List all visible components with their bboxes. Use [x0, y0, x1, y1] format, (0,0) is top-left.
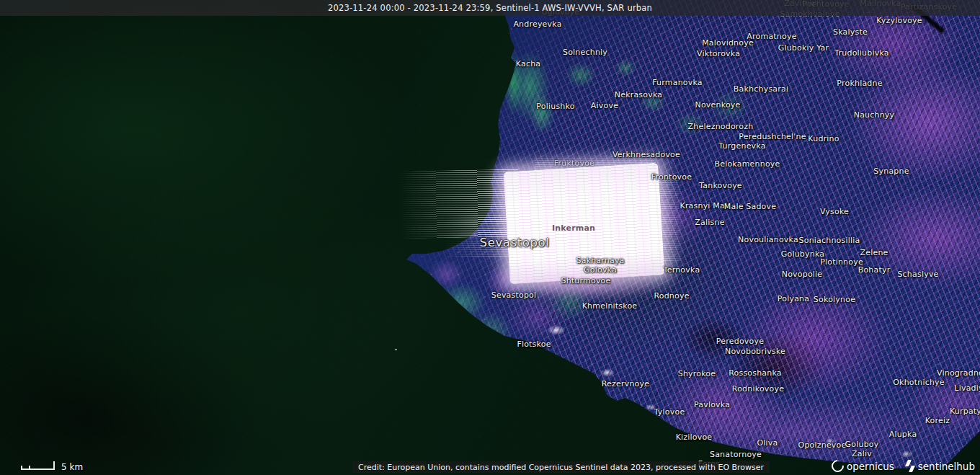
map-label: Shturmovoe	[561, 277, 610, 286]
map-label: Nekrasovka	[615, 91, 663, 100]
map-label: Kizilovoe	[676, 433, 713, 443]
map-viewport[interactable]: UglovoyeZavitne+PochtovoyeMalinovkaParti…	[0, 0, 980, 475]
map-label: Goluboy Zaliv	[845, 440, 879, 458]
map-label: Tankovoye	[699, 182, 742, 191]
map-label: Zheleznodorozh	[688, 123, 754, 132]
map-label: Zelene	[860, 249, 888, 258]
map-label: Verkhnesadovoe	[612, 151, 680, 160]
map-label: Poliushko	[536, 102, 574, 112]
map-label: Fruktovoe	[554, 159, 594, 169]
map-label: Peredovoye	[716, 337, 764, 347]
map-label: Ternovka	[664, 266, 700, 275]
map-label: Rodnoye	[654, 292, 689, 301]
map-label: Alupka	[889, 430, 917, 440]
map-label: Novenkoye	[695, 101, 741, 110]
map-label: Sanatornoye	[710, 450, 762, 460]
scale-label: 5 km	[61, 462, 83, 472]
map-label: Aromatnoye	[747, 32, 796, 42]
map-label: Novobobrivske	[725, 347, 785, 357]
copernicus-label: opernicus	[847, 461, 894, 472]
map-label: Kurpaty	[950, 407, 980, 417]
map-label: Kyzylovoye	[876, 17, 922, 26]
map-label: Sokolynoe	[814, 296, 855, 305]
map-label: Bakhchysarai	[734, 85, 788, 94]
map-label: Koreiz	[925, 417, 950, 426]
map-label: Belokamennoye	[714, 160, 780, 169]
map-label: Novopolie	[782, 270, 823, 280]
sentinelhub-label: sentinelhub	[918, 461, 975, 472]
map-label: Sevastopol	[480, 236, 550, 250]
map-label: Aivove	[591, 102, 618, 111]
map-label: Golubynka	[781, 250, 824, 259]
copernicus-crescent-icon	[829, 458, 847, 475]
map-label: Oliva	[757, 439, 778, 448]
map-label: Shyrokoe	[678, 370, 716, 379]
map-label: Viktorovka	[697, 50, 740, 59]
map-label: Livadiya	[954, 384, 980, 394]
credit-text: Credit: European Union, contains modifie…	[358, 463, 764, 472]
map-label: Vysoke	[820, 208, 849, 217]
map-label: Schaslyve	[897, 270, 938, 280]
map-label: Synapne	[873, 167, 909, 177]
map-label: Kacha	[516, 60, 541, 69]
map-label: Rezervnoye	[602, 380, 649, 389]
map-label: Kudrino	[808, 135, 839, 144]
map-label: Furmanovka	[652, 79, 703, 88]
map-label: Plotinnoye	[820, 258, 863, 267]
map-label: Inkerman	[552, 224, 595, 234]
labels-layer: UglovoyeZavitne+PochtovoyeMalinovkaParti…	[0, 0, 980, 475]
map-label: Trudoliubivka	[834, 49, 888, 58]
map-label: Peredushchel'ne	[739, 133, 806, 142]
map-label: Rodnikovoye	[732, 385, 784, 394]
map-label: Sakharnaya Golovka	[576, 257, 624, 275]
map-label: Rossoshanka	[729, 369, 782, 378]
map-label: Novoulianovka	[738, 236, 798, 245]
map-label: Frontovoe	[651, 173, 692, 182]
map-label: Krasnyi Mak	[680, 202, 729, 211]
map-label: Sevastopol	[491, 291, 537, 301]
header-bar: 2023-11-24 00:00 - 2023-11-24 23:59, Sen…	[0, 0, 980, 16]
map-label: Zalisne	[695, 218, 724, 228]
map-label: Glubokiy Yar	[778, 44, 829, 53]
sentinelhub-logo[interactable]: sentinelhub	[905, 460, 975, 472]
copernicus-logo[interactable]: opernicus	[832, 460, 894, 472]
map-label: Pavlovka	[694, 401, 730, 410]
map-label: Tylovoe	[654, 408, 685, 417]
map-label: Nauchnyy	[854, 111, 895, 120]
map-label: Opolznevoe	[798, 441, 847, 450]
map-label: Turgenevka	[718, 142, 765, 151]
brand-row: opernicus sentinelhub	[832, 460, 975, 472]
map-label: Flotskoe	[517, 340, 551, 350]
map-label: Malovidnoye	[702, 39, 754, 48]
map-label: Vinogradnoe	[937, 369, 980, 378]
map-label: Polyana	[778, 295, 809, 304]
map-label: Solnechniy	[563, 48, 607, 58]
map-label: Andreyevka	[513, 20, 561, 30]
scale-ruler	[21, 461, 55, 470]
sentinelhub-icon	[905, 460, 915, 472]
map-label: Okhotnichye	[893, 378, 945, 388]
date-layer-title: 2023-11-24 00:00 - 2023-11-24 23:59, Sen…	[328, 3, 652, 13]
map-label: Male Sadove	[724, 203, 776, 212]
map-label: Khmelnitskoe	[582, 302, 638, 311]
map-label: Skalyste	[833, 28, 868, 37]
map-label: Bohatyr	[858, 266, 891, 275]
credit-bar: Credit: European Union, contains modifie…	[352, 461, 770, 473]
map-label: Prokhladne	[837, 79, 882, 89]
map-label: Soniachnosillia	[799, 236, 860, 246]
map-scale-bar: 5 km	[21, 460, 83, 470]
